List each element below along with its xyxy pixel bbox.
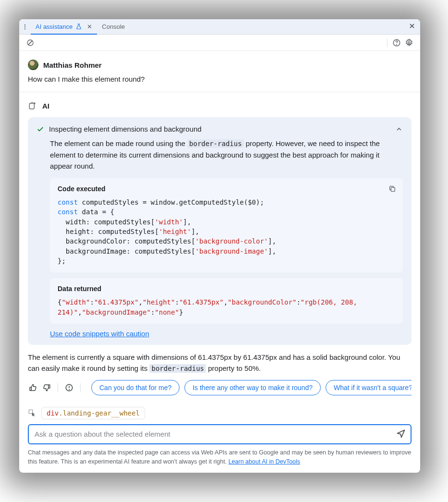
select-element-icon[interactable]: [28, 409, 36, 417]
step-title: Inspecting element dimensions and backgr…: [49, 125, 390, 133]
step-header[interactable]: Inspecting element dimensions and backgr…: [36, 125, 403, 133]
learn-more-link[interactable]: Learn about AI in DevTools: [229, 458, 300, 465]
clear-icon: [26, 39, 34, 47]
avatar: [28, 60, 38, 70]
ai-header: AI: [28, 101, 412, 110]
tab-label: Console: [102, 23, 125, 30]
tab-bar: AI assistance ✕ Console: [19, 19, 420, 35]
suggestion-chip[interactable]: Is there any other way to make it round?: [184, 380, 321, 395]
alert-icon: [65, 383, 73, 392]
context-element-chip[interactable]: div.landing-gear__wheel: [41, 407, 145, 419]
thumbs-down-button[interactable]: [41, 382, 52, 393]
flask-icon: [75, 23, 82, 30]
code-block: {"width":"61.4375px","height":"61.4375px…: [58, 297, 395, 317]
ai-sparkle-icon: [28, 101, 37, 110]
svg-rect-7: [29, 103, 34, 109]
code-executed-box: Code executed const computedStyles = win…: [50, 178, 403, 272]
text: The element can be made round using the: [50, 139, 187, 147]
ai-label: AI: [42, 102, 49, 110]
separator: [80, 383, 81, 392]
settings-button[interactable]: [403, 37, 415, 49]
close-panel-button[interactable]: [409, 23, 415, 31]
thumbs-up-button[interactable]: [28, 382, 38, 393]
class-name: .landing-gear__wheel: [59, 409, 140, 417]
chevron-up-icon: [395, 125, 403, 133]
send-icon: [396, 429, 406, 438]
send-button[interactable]: [396, 429, 406, 440]
svg-point-2: [24, 28, 25, 29]
chat-input[interactable]: [35, 430, 396, 438]
clear-button[interactable]: [24, 37, 36, 49]
disclaimer: Chat messages and any data the inspected…: [19, 448, 420, 473]
svg-point-5: [397, 44, 397, 45]
caution-link[interactable]: Use code snippets with caution: [50, 330, 149, 338]
user-header: Matthias Rohmer: [28, 60, 412, 70]
text: property to 50%.: [206, 364, 261, 372]
check-icon: [36, 125, 44, 133]
user-message: How can I make this element round?: [28, 75, 412, 83]
suggestion-chip[interactable]: What if it wasn't a square?: [326, 380, 412, 395]
code-inline: border-radius: [149, 364, 206, 373]
devtools-panel: AI assistance ✕ Console Matthias Rohmer: [19, 19, 420, 473]
tab-label: AI assistance: [36, 23, 73, 30]
copy-button[interactable]: [387, 183, 398, 195]
dots-vertical-icon: [22, 24, 28, 30]
svg-point-6: [408, 41, 411, 44]
step-body: The element can be made round using the …: [36, 138, 403, 171]
svg-point-0: [24, 24, 25, 25]
context-row: div.landing-gear__wheel: [28, 407, 412, 419]
tab-console[interactable]: Console: [97, 19, 130, 35]
svg-rect-8: [391, 188, 395, 192]
close-tab-icon[interactable]: ✕: [87, 23, 92, 30]
thumbs-up-icon: [29, 383, 37, 392]
toolbar: [19, 35, 420, 51]
tab-ai-assistance[interactable]: AI assistance ✕: [31, 19, 97, 35]
divider: [19, 92, 420, 92]
code-box-title: Code executed: [58, 185, 395, 193]
chat-input-row: [28, 424, 412, 444]
data-returned-box: Data returned {"width":"61.4375px","heig…: [50, 278, 403, 324]
code-block: const computedStyles = window.getCompute…: [58, 197, 395, 266]
thumbs-down-icon: [42, 383, 51, 392]
more-tabs-button[interactable]: [19, 24, 31, 30]
svg-point-1: [24, 26, 25, 27]
help-button[interactable]: [390, 37, 403, 49]
text: Chat messages and any data the inspected…: [28, 449, 411, 465]
code-box-title: Data returned: [58, 285, 395, 293]
report-button[interactable]: [64, 382, 74, 393]
feedback-row: Can you do that for me? Is there any oth…: [28, 380, 412, 395]
ai-step-card: Inspecting element dimensions and backgr…: [28, 117, 412, 345]
close-icon: [409, 23, 415, 29]
tag-name: div: [47, 409, 59, 417]
help-icon: [392, 38, 401, 47]
chat-area: Matthias Rohmer How can I make this elem…: [19, 51, 420, 444]
ai-summary: The element is currently a square with d…: [28, 352, 412, 374]
user-name: Matthias Rohmer: [43, 61, 102, 69]
suggestion-chip[interactable]: Can you do that for me?: [91, 380, 180, 395]
copy-icon: [388, 185, 396, 193]
suggestion-chips: Can you do that for me? Is there any oth…: [91, 380, 412, 395]
code-inline: border-radius: [187, 139, 244, 148]
separator: [58, 383, 58, 392]
gear-icon: [405, 38, 413, 47]
svg-point-10: [69, 389, 70, 390]
